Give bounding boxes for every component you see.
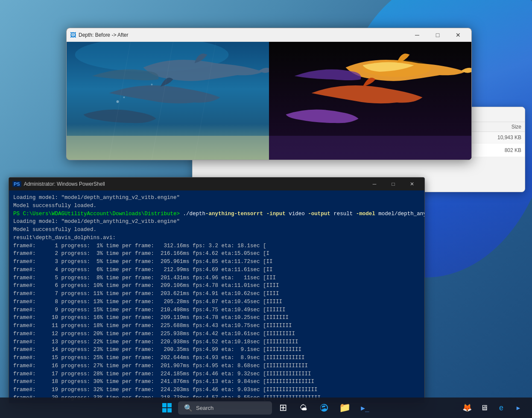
ps-line-10: frame#: 3 progress: 5% time per frame: 2… <box>13 258 420 266</box>
svg-rect-2 <box>67 136 269 160</box>
ps-content: Loading model: "model/depth_anything_v2_… <box>9 190 424 403</box>
ps-minimize-button[interactable]: ─ <box>365 178 383 190</box>
ps-line-14: frame#: 7 progress: 11% time per frame: … <box>13 290 420 298</box>
file-size-other: 10,943 KB <box>467 134 521 140</box>
taskbar: 🔍 Search ⊞ 🌤 📁 ▶_ 🦊 🖥 e ▶ <box>0 398 532 418</box>
ps-line-17: frame#: 10 progress: 16% time per frame:… <box>13 314 420 322</box>
start-button[interactable] <box>158 398 176 417</box>
depth-titlebar-controls: ─ □ ✕ <box>407 28 468 42</box>
ps-line-23: frame#: 16 progress: 27% time per frame:… <box>13 362 420 370</box>
file-explorer-button[interactable]: 📁 <box>335 398 354 417</box>
tray-terminal-tray-icon[interactable]: ▶ <box>512 401 525 415</box>
ps-titlebar-left: PS Administrator: Windows PowerShell <box>12 181 105 187</box>
ps-line-8: frame#: 1 progress: 1% time per frame: 3… <box>13 242 420 250</box>
tray-display-icon[interactable]: 🖥 <box>477 401 491 415</box>
taskbar-tray: 🦊 🖥 e ▶ <box>460 401 525 415</box>
svg-rect-14 <box>162 408 167 412</box>
depth-window-title: Depth: Before -> After <box>79 32 128 38</box>
file-size-dolphins: 802 KB <box>469 147 521 153</box>
svg-rect-12 <box>162 403 167 407</box>
depth-images-container <box>67 42 471 160</box>
ps-line-15: frame#: 8 progress: 13% time per frame: … <box>13 298 420 306</box>
depth-minimize-button[interactable]: ─ <box>407 28 427 42</box>
ps-line-19: frame#: 12 progress: 20% time per frame:… <box>13 330 420 338</box>
depth-original-panel <box>67 42 269 160</box>
taskbar-search[interactable]: 🔍 Search <box>178 401 272 415</box>
ps-titlebar-controls: ─ □ ✕ <box>365 178 421 190</box>
svg-point-4 <box>123 96 125 98</box>
ps-line-24: frame#: 17 progress: 28% time per frame:… <box>13 370 420 378</box>
widgets-button[interactable]: 🌤 <box>294 398 313 417</box>
task-view-button[interactable]: ⊞ <box>274 398 292 417</box>
depth-close-button[interactable]: ✕ <box>448 28 468 42</box>
depth-maximize-button[interactable]: □ <box>428 28 447 42</box>
taskbar-center: 🔍 Search ⊞ 🌤 📁 ▶_ <box>158 398 374 417</box>
ps-close-button[interactable]: ✕ <box>403 178 421 190</box>
ps-line-16: frame#: 9 progress: 15% time per frame: … <box>13 306 420 314</box>
ps-window-title: Administrator: Windows PowerShell <box>24 181 105 187</box>
taskbar-search-text: Search <box>196 405 213 411</box>
depth-titlebar: 🖼 Depth: Before -> After ─ □ ✕ <box>67 28 471 42</box>
ps-maximize-button[interactable]: □ <box>384 178 402 190</box>
depth-map-panel <box>269 42 471 160</box>
ps-line-22: frame#: 15 progress: 25% time per frame:… <box>13 354 420 362</box>
ps-titlebar: PS Administrator: Windows PowerShell ─ □… <box>9 178 424 190</box>
ps-line-7: result\depth_davis_dolphins.avi: <box>13 234 420 242</box>
ps-line-25: frame#: 18 progress: 30% time per frame:… <box>13 378 420 386</box>
col-header-size: Size <box>467 124 521 130</box>
ps-window-icon: PS <box>12 181 21 187</box>
ps-line-5: Model successfully loaded. <box>13 226 420 234</box>
powershell-window: PS Administrator: Windows PowerShell ─ □… <box>9 177 425 403</box>
ps-line-20: frame#: 13 progress: 22% time per frame:… <box>13 338 420 346</box>
ps-line-12: frame#: 5 progress: 8% time per frame: 2… <box>13 274 420 282</box>
svg-rect-10 <box>269 136 471 160</box>
ps-line-21: frame#: 14 progress: 23% time per frame:… <box>13 346 420 354</box>
terminal-button[interactable]: ▶_ <box>356 398 374 417</box>
ps-line-9: frame#: 2 progress: 3% time per frame: 2… <box>13 250 420 258</box>
ps-line-18: frame#: 11 progress: 18% time per frame:… <box>13 322 420 330</box>
depth-window: 🖼 Depth: Before -> After ─ □ ✕ <box>66 28 472 160</box>
file-explorer-icon: 📁 <box>339 402 351 413</box>
ps-line-11: frame#: 4 progress: 6% time per frame: 2… <box>13 266 420 274</box>
edge-icon <box>319 403 329 412</box>
ps-line-4: Loading model: "model/depth_anything_v2_… <box>13 218 420 226</box>
widgets-icon: 🌤 <box>300 403 307 412</box>
ps-line-3: PS C:\Users\WDAGUtilityAccount\Downloads… <box>13 210 420 218</box>
ps-line-13: frame#: 6 progress: 10% time per frame: … <box>13 282 420 290</box>
svg-point-5 <box>151 84 153 85</box>
terminal-icon: ▶_ <box>361 404 369 412</box>
tray-security-icon[interactable]: 🦊 <box>460 401 474 415</box>
svg-point-11 <box>363 60 431 77</box>
svg-point-3 <box>117 100 119 103</box>
depth-map-svg <box>269 42 471 160</box>
ps-line-1: Model successfully loaded. <box>13 202 420 210</box>
taskbar-search-icon: 🔍 <box>184 404 193 412</box>
dolphin-original-svg <box>67 42 269 160</box>
svg-rect-15 <box>167 408 172 412</box>
task-view-icon: ⊞ <box>279 402 287 413</box>
tray-edge-tray-icon[interactable]: e <box>494 401 508 415</box>
windows-logo-icon <box>162 403 172 412</box>
svg-rect-13 <box>167 403 172 407</box>
depth-window-icon: 🖼 <box>70 32 76 38</box>
depth-titlebar-left: 🖼 Depth: Before -> After <box>70 32 128 38</box>
ps-line-0: Loading model: "model/depth_anything_v2_… <box>13 194 420 202</box>
ps-line-26: frame#: 19 progress: 32% time per frame:… <box>13 386 420 394</box>
edge-button[interactable] <box>315 398 333 417</box>
